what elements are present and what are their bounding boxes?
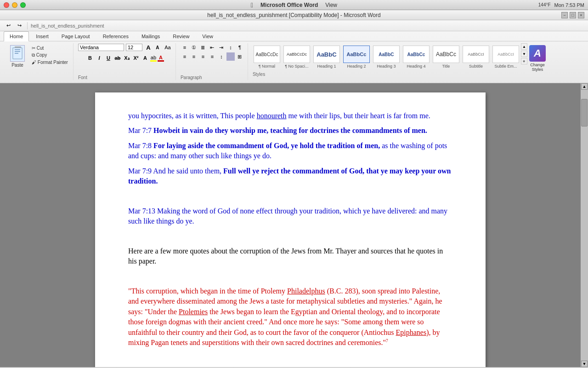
justify-button[interactable]: ≡	[208, 52, 216, 61]
numbering-button[interactable]: ①	[190, 43, 198, 52]
style-h4[interactable]: AaBbCc Heading 4	[402, 44, 430, 70]
decrease-indent-button[interactable]: ⇤	[208, 43, 216, 52]
verse-label-7v8: Mar 7:8	[128, 142, 153, 150]
tab-review[interactable]: Review	[167, 31, 195, 41]
close-button[interactable]	[4, 2, 9, 8]
borders-button[interactable]: ⊞	[236, 52, 244, 61]
change-styles-icon: A	[529, 45, 546, 62]
align-left-button[interactable]: ≡	[181, 52, 189, 61]
minimize-button[interactable]	[12, 2, 17, 8]
style-subtle-em[interactable]: AaBbCcI Subtle Em...	[492, 44, 520, 70]
line-spacing-button[interactable]: ↕	[217, 52, 226, 61]
sort-button[interactable]: ↕	[226, 43, 235, 52]
align-center-button[interactable]: ≡	[190, 52, 198, 61]
style-subtitle-label: Subtitle	[463, 64, 489, 69]
increase-indent-button[interactable]: ⇥	[217, 43, 226, 52]
style-title[interactable]: AaBbCc Title	[432, 44, 460, 70]
document-title-bar: hell_is_not_endless_punishment [Compatib…	[0, 10, 588, 20]
shading-button[interactable]	[226, 52, 235, 61]
tab-references[interactable]: References	[97, 31, 135, 41]
text-honoureth: honoureth	[257, 112, 287, 120]
window-minimize-btn[interactable]: −	[561, 12, 568, 18]
styles-more-button[interactable]: ≡	[521, 58, 527, 64]
show-formatting-button[interactable]: ¶	[236, 43, 244, 52]
tab-home[interactable]: Home	[4, 31, 29, 41]
tab-view[interactable]: View	[196, 31, 219, 41]
window-close-btn[interactable]: ×	[578, 12, 584, 18]
clear-format-button[interactable]: Aa	[164, 43, 172, 52]
scroll-down-arrow[interactable]: ▼	[581, 361, 588, 367]
window-restore-btn[interactable]: □	[570, 12, 576, 18]
superscript-button[interactable]: X²	[132, 54, 140, 62]
grow-font-button[interactable]: A	[144, 43, 153, 52]
scroll-thumb[interactable]	[581, 99, 588, 126]
document-page[interactable]: you hypocrites, as it is written, This p…	[95, 92, 486, 367]
tab-page-layout[interactable]: Page Layout	[56, 31, 96, 41]
style-h1-preview: AaBbC	[313, 46, 340, 63]
bold-button[interactable]: B	[86, 54, 94, 62]
quote1-epiphanes: Epiphanes	[396, 328, 427, 336]
style-h2[interactable]: AaBbCc Heading 2	[342, 44, 371, 70]
clipboard-small-buttons: ✂ Cut ⧉ Copy 🖌 Format Painter	[30, 45, 69, 65]
mac-title-bar:  Microsoft Office Word View 144°F Mon 7…	[0, 0, 588, 10]
style-h4-label: Heading 4	[403, 64, 429, 69]
styles-scroll-down[interactable]: ▼	[521, 51, 527, 57]
verse-text-7v7: Howbeit in vain do they worship me, teac…	[153, 126, 427, 134]
redo-button[interactable]: ↪	[15, 22, 24, 30]
alignment-row: ≡ ≡ ≡ ≡ ↕ ⊞	[181, 52, 244, 61]
style-subtitle[interactable]: AaBbCcI Subtitle	[462, 44, 490, 70]
style-h1[interactable]: AaBbC Heading 1	[312, 44, 341, 70]
align-right-button[interactable]: ≡	[199, 52, 207, 61]
scroll-up-arrow[interactable]: ▲	[581, 83, 588, 90]
format-painter-button[interactable]: 🖌 Format Painter	[30, 59, 69, 65]
battery-temp: 144°F	[538, 2, 551, 7]
apple-menu[interactable]: 	[251, 1, 253, 9]
style-h3[interactable]: AaBbC Heading 3	[372, 44, 401, 70]
style-h2-text: AaBbCc	[347, 52, 367, 57]
strikethrough-button[interactable]: ab	[113, 54, 122, 62]
styles-scroll-up[interactable]: ▲	[521, 43, 527, 50]
quote-1: "This corruption, which began in the tim…	[128, 286, 452, 348]
app-name[interactable]: Microsoft Office Word	[260, 2, 318, 8]
subscript-button[interactable]: X₂	[123, 54, 131, 62]
tab-insert[interactable]: Insert	[30, 31, 55, 41]
copy-button[interactable]: ⧉ Copy	[30, 52, 69, 58]
style-h1-text: AaBbC	[317, 51, 336, 58]
cut-button[interactable]: ✂ Cut	[30, 45, 69, 51]
shrink-font-button[interactable]: A	[153, 43, 162, 52]
vertical-scrollbar[interactable]: ▲ ▼	[581, 83, 588, 367]
font-group-label: Font	[78, 74, 87, 80]
font-color-button[interactable]: A	[158, 55, 164, 62]
style-em-text: AaBbCcI	[498, 52, 514, 57]
bullets-button[interactable]: ≡	[181, 43, 189, 52]
mac-window-controls[interactable]	[4, 2, 26, 8]
undo-button[interactable]: ↩	[4, 22, 13, 30]
styles-group-label: Styles	[253, 71, 265, 77]
svg-rect-5	[15, 53, 18, 54]
window-controls[interactable]: − □ ×	[561, 12, 584, 18]
styles-scroll-arrows: ▲ ▼ ≡	[521, 43, 527, 64]
underline-button[interactable]: U	[104, 54, 113, 62]
verse-label-7v9: Mar 7:9	[128, 167, 153, 175]
text-intro-1: you hypocrites, as it is written, This p…	[128, 112, 257, 120]
style-normal[interactable]: AaBbCcDc ¶ Normal	[253, 44, 281, 70]
document-scroll[interactable]: you hypocrites, as it is written, This p…	[0, 83, 581, 367]
text-effects-button[interactable]: A	[141, 54, 149, 62]
style-nospace-text: AaBbCcDc	[287, 52, 307, 57]
paste-button[interactable]: Paste	[7, 43, 28, 69]
style-h3-preview: AaBbC	[373, 46, 400, 63]
view-menu[interactable]: View	[325, 2, 337, 8]
italic-button[interactable]: I	[95, 54, 103, 62]
style-nospace[interactable]: AaBbCcDc ¶ No Spaci...	[283, 44, 311, 70]
maximize-button[interactable]	[20, 2, 26, 8]
change-styles-button[interactable]: A ChangeStyles	[527, 43, 548, 74]
font-name-input[interactable]	[78, 44, 124, 51]
tab-mailings[interactable]: Mailings	[136, 31, 166, 41]
text-highlight-button[interactable]: ab	[150, 55, 157, 62]
font-size-input[interactable]	[126, 44, 142, 51]
verse-mar7v13: Mar 7:13 Making the word of God of none …	[128, 206, 452, 227]
verse-mar7v9: Mar 7:9 And he said unto them, Full well…	[128, 166, 452, 187]
multilevel-list-button[interactable]: ≣	[199, 43, 207, 52]
spacer-2	[128, 231, 452, 242]
styles-group: AaBbCcDc ¶ Normal AaBbCcDc ¶ No Spaci...	[249, 43, 551, 80]
